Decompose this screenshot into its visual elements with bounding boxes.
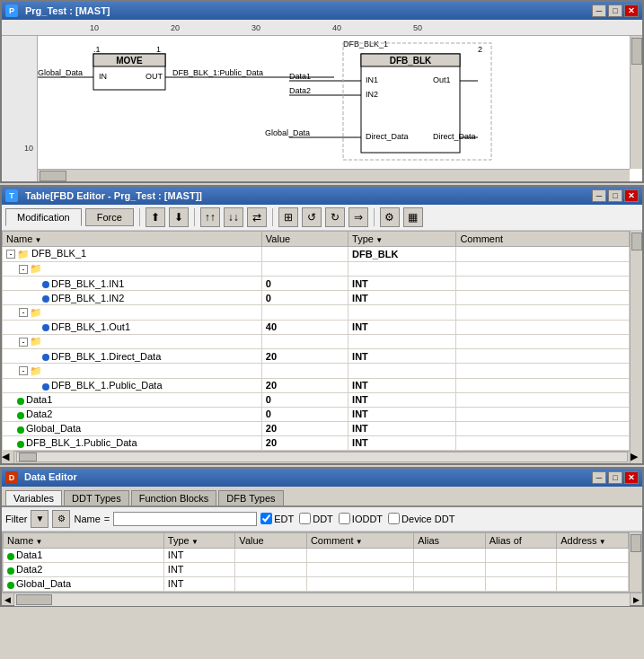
force-tab[interactable]: Force bbox=[85, 208, 134, 226]
col-type-header[interactable]: Type bbox=[348, 232, 456, 247]
de-close-btn[interactable]: ✕ bbox=[624, 471, 639, 484]
var-name-cell: -📁DFB_BLK_1 bbox=[3, 247, 262, 262]
var-value-cell[interactable] bbox=[261, 261, 348, 277]
filter-input[interactable] bbox=[113, 512, 257, 526]
hscrollbar[interactable] bbox=[38, 169, 630, 181]
filter-config-btn[interactable]: ⚙ bbox=[52, 510, 70, 528]
de-hscrollbar[interactable] bbox=[14, 593, 630, 606]
filter-funnel-btn[interactable]: ▼ bbox=[31, 510, 49, 528]
var-value-cell[interactable]: 0 bbox=[261, 277, 348, 291]
table-scroll-arrow-right[interactable]: ▶ bbox=[630, 451, 642, 463]
var-comment-cell bbox=[456, 320, 630, 334]
de-controls[interactable]: ─ □ ✕ bbox=[592, 471, 639, 484]
de-hscroll-thumb[interactable] bbox=[16, 594, 52, 605]
tree-expand[interactable]: - bbox=[19, 265, 28, 274]
ddt-checkbox-item[interactable]: DDT bbox=[299, 513, 333, 524]
var-value-cell[interactable]: 20 bbox=[261, 421, 348, 435]
edt-checkbox-item[interactable]: EDT bbox=[260, 513, 294, 524]
toolbar-btn-8[interactable]: ⇒ bbox=[348, 207, 368, 227]
toolbar-btn-1[interactable]: ⬆ bbox=[146, 207, 165, 227]
table-hscroll-thumb[interactable] bbox=[19, 453, 37, 461]
de-vscroll-thumb[interactable] bbox=[631, 534, 641, 552]
table-minimize-btn[interactable]: ─ bbox=[592, 189, 606, 202]
de-tab-ddt[interactable]: DDT Types bbox=[64, 490, 129, 505]
var-table-row: -📁 bbox=[3, 305, 630, 321]
dfb-in1-label: IN1 bbox=[366, 75, 378, 84]
prg-controls[interactable]: ─ □ ✕ bbox=[592, 4, 639, 17]
var-value-cell[interactable]: 40 bbox=[261, 320, 348, 334]
table-close-btn[interactable]: ✕ bbox=[624, 189, 639, 202]
de-vscrollbar[interactable] bbox=[629, 532, 641, 592]
col-name-header[interactable]: Name bbox=[3, 232, 262, 247]
hscroll-thumb[interactable] bbox=[40, 171, 66, 181]
de-col-type[interactable]: Type bbox=[163, 532, 235, 548]
toolbar-btn-7[interactable]: ↻ bbox=[325, 207, 345, 227]
tree-expand[interactable]: - bbox=[6, 250, 15, 259]
tree-expand[interactable]: - bbox=[19, 308, 28, 317]
var-type: INT bbox=[352, 423, 368, 434]
de-col-address[interactable]: Address bbox=[557, 532, 629, 548]
table-restore-btn[interactable]: □ bbox=[608, 189, 622, 202]
de-col-name[interactable]: Name bbox=[4, 532, 164, 548]
table-controls[interactable]: ─ □ ✕ bbox=[592, 189, 639, 202]
toolbar-btn-5[interactable]: ⇄ bbox=[247, 207, 267, 227]
var-value-cell[interactable] bbox=[261, 305, 348, 321]
de-col-comment[interactable]: Comment bbox=[306, 532, 413, 548]
de-hscrollbar-area[interactable]: ◀ ▶ bbox=[2, 593, 642, 605]
var-value-cell[interactable] bbox=[261, 247, 348, 262]
modification-tab[interactable]: Modification bbox=[5, 208, 82, 226]
var-value-cell[interactable]: 20 bbox=[261, 435, 348, 450]
table-hscrollbar-area[interactable]: ◀ ▶ bbox=[2, 451, 642, 463]
prg-minimize-btn[interactable]: ─ bbox=[592, 4, 606, 17]
toolbar-btn-4[interactable]: ↓↓ bbox=[224, 207, 243, 227]
var-value-cell[interactable] bbox=[261, 364, 348, 379]
table-scroll-arrow-left[interactable]: ◀ bbox=[2, 451, 14, 463]
var-value-cell[interactable]: 20 bbox=[261, 378, 348, 392]
device-ddt-checkbox-item[interactable]: Device DDT bbox=[388, 513, 454, 524]
toolbar-btn-2[interactable]: ⬇ bbox=[169, 207, 189, 227]
ioddt-checkbox-item[interactable]: IODDT bbox=[339, 513, 383, 524]
edt-checkbox[interactable] bbox=[260, 513, 272, 524]
var-name-cell: -📁 bbox=[3, 364, 262, 379]
toolbar-btn-3[interactable]: ↑↑ bbox=[200, 207, 220, 227]
var-table-row: Data20INT bbox=[3, 407, 630, 421]
de-tab-variables[interactable]: Variables bbox=[5, 490, 62, 505]
tree-expand[interactable]: - bbox=[19, 338, 28, 347]
de-comment-cell bbox=[306, 548, 413, 562]
tree-expand[interactable]: - bbox=[19, 366, 28, 375]
toolbar-btn-settings[interactable]: ⚙ bbox=[380, 207, 400, 227]
de-tab-dfb[interactable]: DFB Types bbox=[218, 490, 283, 505]
toolbar-btn-6[interactable]: ↺ bbox=[302, 207, 322, 227]
ioddt-checkbox[interactable] bbox=[339, 513, 350, 524]
de-right-arrow[interactable]: ▶ bbox=[630, 593, 642, 605]
table-vscroll-thumb[interactable] bbox=[631, 233, 642, 250]
var-type: INT bbox=[352, 394, 368, 405]
toolbar-btn-9[interactable]: ▦ bbox=[403, 207, 423, 227]
ddt-checkbox[interactable] bbox=[299, 513, 311, 524]
var-value-cell[interactable]: 0 bbox=[261, 407, 348, 421]
prg-close-btn[interactable]: ✕ bbox=[624, 4, 639, 17]
var-value-cell[interactable]: 20 bbox=[261, 349, 348, 364]
de-left-arrow[interactable]: ◀ bbox=[2, 593, 14, 605]
device-ddt-checkbox[interactable] bbox=[388, 513, 400, 524]
dot-blue-icon bbox=[42, 281, 49, 288]
dfb-direct-label-in: Direct_Data bbox=[366, 132, 409, 141]
vscrollbar[interactable] bbox=[630, 36, 642, 169]
toolbar-btn-grid[interactable]: ⊞ bbox=[278, 207, 298, 227]
de-tab-fb[interactable]: Function Blocks bbox=[131, 490, 217, 505]
ruler-mark-50: 50 bbox=[413, 23, 422, 32]
table-vscrollbar[interactable] bbox=[630, 231, 642, 451]
var-value-cell[interactable] bbox=[261, 334, 348, 349]
vscroll-thumb[interactable] bbox=[631, 38, 642, 65]
table-hscrollbar[interactable] bbox=[16, 452, 628, 462]
var-type-cell: INT bbox=[348, 291, 456, 305]
de-minimize-btn[interactable]: ─ bbox=[592, 471, 606, 484]
prg-restore-btn[interactable]: □ bbox=[608, 4, 622, 17]
de-restore-btn[interactable]: □ bbox=[608, 471, 622, 484]
ruler-mark-40: 40 bbox=[332, 23, 341, 32]
var-value-cell[interactable]: 0 bbox=[261, 392, 348, 407]
table-titlebar: T Table[FBD Editor - Prg_Test : [MAST]] … bbox=[2, 187, 642, 205]
var-type-cell: DFB_BLK bbox=[348, 247, 456, 262]
prg-window: P Prg_Test : [MAST] ─ □ ✕ 10 20 30 40 50… bbox=[0, 0, 644, 183]
var-value-cell[interactable]: 0 bbox=[261, 291, 348, 305]
